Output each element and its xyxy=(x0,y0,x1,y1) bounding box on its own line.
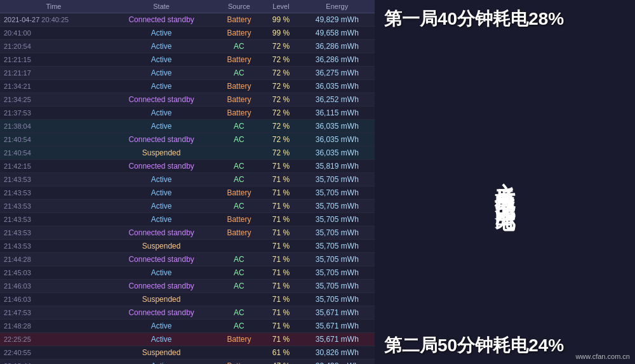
cell-mwh: 35,705 mWh xyxy=(300,266,375,280)
cell-pct: 72 % xyxy=(262,53,299,67)
cell-source: Battery xyxy=(215,360,262,365)
cell-mwh: 36,035 mWh xyxy=(300,120,375,133)
col-level: Level xyxy=(262,0,299,13)
table-row: 21:42:15Connected standbyAC71 %35,819 mW… xyxy=(0,160,375,173)
table-row: 23:12:44ActiveBattery47 %23,438 mWh xyxy=(0,360,375,365)
cell-time: 21:21:15 xyxy=(0,53,107,67)
cell-state: Active xyxy=(107,333,216,346)
cell-pct: 71 % xyxy=(262,173,299,186)
cell-source: Battery xyxy=(215,93,262,107)
table-row: 20:41:00ActiveBattery99 %49,658 mWh xyxy=(0,27,375,40)
cell-mwh: 35,705 mWh xyxy=(300,293,375,306)
cell-state: Active xyxy=(107,120,216,133)
cell-mwh: 36,275 mWh xyxy=(300,67,375,80)
cell-mwh: 35,671 mWh xyxy=(300,320,375,333)
cell-source: Battery xyxy=(215,333,262,346)
cell-mwh: 36,286 mWh xyxy=(300,53,375,67)
cell-pct: 71 % xyxy=(262,160,299,173)
cell-pct: 72 % xyxy=(262,93,299,107)
col-time: Time xyxy=(0,0,107,13)
cell-mwh: 35,671 mWh xyxy=(300,306,375,320)
cell-state: Active xyxy=(107,80,216,93)
cell-state: Connected standby xyxy=(107,306,216,320)
cell-time: 22:40:55 xyxy=(0,346,107,360)
cell-state: Connected standby xyxy=(107,13,216,27)
cell-pct: 72 % xyxy=(262,80,299,93)
cell-source: AC xyxy=(215,67,262,80)
cell-mwh: 36,035 mWh xyxy=(300,146,375,160)
cell-state: Active xyxy=(107,266,216,280)
annotation-middle: 之后插电依旧无法充电 xyxy=(384,31,625,333)
table-row: 21:37:53ActiveBattery72 %36,115 mWh xyxy=(0,107,375,120)
cell-mwh: 35,705 mWh xyxy=(300,173,375,186)
cell-time: 21:20:54 xyxy=(0,40,107,53)
cell-state: Connected standby xyxy=(107,226,216,240)
cell-time: 20:41:00 xyxy=(0,27,107,40)
cell-time: 21:47:53 xyxy=(0,306,107,320)
cell-mwh: 35,705 mWh xyxy=(300,253,375,266)
cell-time: 21:43:53 xyxy=(0,213,107,226)
cell-time: 21:43:53 xyxy=(0,186,107,200)
cell-pct: 72 % xyxy=(262,146,299,160)
table-row: 21:44:28Connected standbyAC71 %35,705 mW… xyxy=(0,253,375,266)
annotation-section: 第一局40分钟耗电28% 之后插电依旧无法充电 第二局50分钟耗电24% www… xyxy=(375,0,635,364)
cell-time: 21:46:03 xyxy=(0,280,107,293)
cell-pct: 71 % xyxy=(262,186,299,200)
cell-source: Battery xyxy=(215,13,262,27)
cell-source: AC xyxy=(215,306,262,320)
cell-source: AC xyxy=(215,200,262,213)
cell-time: 22:25:25 xyxy=(0,333,107,346)
table-row: 21:34:21ActiveBattery72 %36,035 mWh xyxy=(0,80,375,93)
cell-source: Battery xyxy=(215,27,262,40)
cell-time: 21:21:17 xyxy=(0,67,107,80)
cell-source: AC xyxy=(215,320,262,333)
cell-state: Active xyxy=(107,360,216,365)
table-row: 21:40:54Connected standbyAC72 %36,035 mW… xyxy=(0,133,375,146)
table-row: 21:21:15ActiveBattery72 %36,286 mWh xyxy=(0,53,375,67)
cell-source: Battery xyxy=(215,226,262,240)
cell-mwh: 49,658 mWh xyxy=(300,27,375,40)
cell-state: Suspended xyxy=(107,293,216,306)
table-header-row: Time State Source Level Energy xyxy=(0,0,375,13)
cell-time: 2021-04-27 20:40:25 xyxy=(0,13,107,27)
cell-time: 21:43:53 xyxy=(0,200,107,213)
cell-time: 23:12:44 xyxy=(0,360,107,365)
table-row: 21:21:17ActiveAC72 %36,275 mWh xyxy=(0,67,375,80)
cell-state: Active xyxy=(107,67,216,80)
cell-pct: 71 % xyxy=(262,213,299,226)
cell-state: Active xyxy=(107,320,216,333)
cell-source: Battery xyxy=(215,53,262,67)
cell-time: 21:44:28 xyxy=(0,253,107,266)
cell-pct: 72 % xyxy=(262,133,299,146)
cell-mwh: 35,819 mWh xyxy=(300,160,375,173)
cell-source: AC xyxy=(215,173,262,186)
table-section: Time State Source Level Energy 2021-04-2… xyxy=(0,0,375,364)
cell-state: Active xyxy=(107,186,216,200)
cell-state: Connected standby xyxy=(107,93,216,107)
cell-source xyxy=(215,346,262,360)
cell-time: 21:45:03 xyxy=(0,266,107,280)
table-row: 21:43:53ActiveBattery71 %35,705 mWh xyxy=(0,213,375,226)
cell-time: 21:43:53 xyxy=(0,226,107,240)
table-row: 21:43:53ActiveAC71 %35,705 mWh xyxy=(0,200,375,213)
cell-state: Connected standby xyxy=(107,253,216,266)
cell-source: AC xyxy=(215,280,262,293)
cell-time: 21:42:15 xyxy=(0,160,107,173)
cell-source: AC xyxy=(215,40,262,53)
table-row: 21:45:03ActiveAC71 %35,705 mWh xyxy=(0,266,375,280)
cell-time: 21:43:53 xyxy=(0,173,107,186)
table-row: 21:46:03Connected standbyAC71 %35,705 mW… xyxy=(0,280,375,293)
cell-mwh: 35,705 mWh xyxy=(300,280,375,293)
main-container: Time State Source Level Energy 2021-04-2… xyxy=(0,0,635,364)
cell-mwh: 36,035 mWh xyxy=(300,133,375,146)
cell-mwh: 35,671 mWh xyxy=(300,333,375,346)
table-row: 21:47:53Connected standbyAC71 %35,671 mW… xyxy=(0,306,375,320)
cell-time: 21:37:53 xyxy=(0,107,107,120)
table-row: 22:40:55Suspended61 %30,826 mWh xyxy=(0,346,375,360)
table-row: 21:43:53ActiveBattery71 %35,705 mWh xyxy=(0,186,375,200)
cell-pct: 61 % xyxy=(262,346,299,360)
cell-mwh: 36,035 mWh xyxy=(300,80,375,93)
cell-state: Suspended xyxy=(107,240,216,253)
cell-pct: 71 % xyxy=(262,266,299,280)
cell-mwh: 35,705 mWh xyxy=(300,240,375,253)
